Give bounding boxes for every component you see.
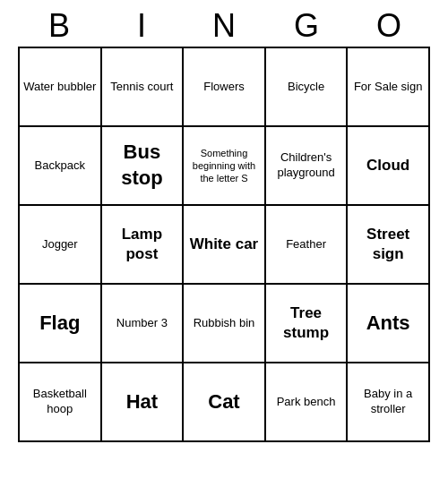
bingo-cell[interactable]: For Sale sign <box>348 48 430 127</box>
header-letter: B <box>18 7 100 45</box>
bingo-grid: Water bubblerTennis courtFlowersBicycleF… <box>18 47 430 442</box>
bingo-row: Basketball hoopHatCatPark benchBaby in a… <box>20 363 430 442</box>
header-letter: O <box>348 7 430 45</box>
bingo-cell[interactable]: Ants <box>348 285 430 363</box>
bingo-cell[interactable]: Bicycle <box>266 48 349 127</box>
bingo-header: BINGO <box>18 7 430 45</box>
bingo-cell[interactable]: Lamp post <box>102 206 185 285</box>
bingo-cell[interactable]: Water bubbler <box>20 48 102 127</box>
bingo-row: FlagNumber 3Rubbish binTree stumpAnts <box>20 285 430 363</box>
bingo-cell[interactable]: Feather <box>266 206 349 285</box>
bingo-cell[interactable]: Street sign <box>348 206 430 285</box>
bingo-cell[interactable]: Flowers <box>184 48 266 127</box>
bingo-cell[interactable]: Children's playground <box>266 127 349 206</box>
bingo-cell[interactable]: Number 3 <box>102 285 185 363</box>
bingo-cell[interactable]: Tennis court <box>102 48 185 127</box>
bingo-cell[interactable]: White car <box>184 206 266 285</box>
bingo-cell[interactable]: Something beginning with the letter S <box>184 127 266 206</box>
header-letter: G <box>265 7 348 45</box>
header-letter: I <box>100 7 183 45</box>
bingo-cell[interactable]: Jogger <box>20 206 102 285</box>
bingo-cell[interactable]: Cloud <box>348 127 430 206</box>
header-letter: N <box>183 7 265 45</box>
bingo-cell[interactable]: Bus stop <box>102 127 185 206</box>
bingo-cell[interactable]: Backpack <box>20 127 102 206</box>
bingo-cell[interactable]: Flag <box>20 285 102 363</box>
bingo-row: Water bubblerTennis courtFlowersBicycleF… <box>20 48 430 127</box>
bingo-cell[interactable]: Tree stump <box>266 285 349 363</box>
bingo-cell[interactable]: Basketball hoop <box>20 363 102 442</box>
bingo-cell[interactable]: Park bench <box>266 363 349 442</box>
bingo-cell[interactable]: Rubbish bin <box>184 285 266 363</box>
bingo-cell[interactable]: Cat <box>184 363 266 442</box>
bingo-row: JoggerLamp postWhite carFeatherStreet si… <box>20 206 430 285</box>
bingo-row: BackpackBus stopSomething beginning with… <box>20 127 430 206</box>
bingo-cell[interactable]: Hat <box>102 363 185 442</box>
bingo-cell[interactable]: Baby in a stroller <box>348 363 430 442</box>
